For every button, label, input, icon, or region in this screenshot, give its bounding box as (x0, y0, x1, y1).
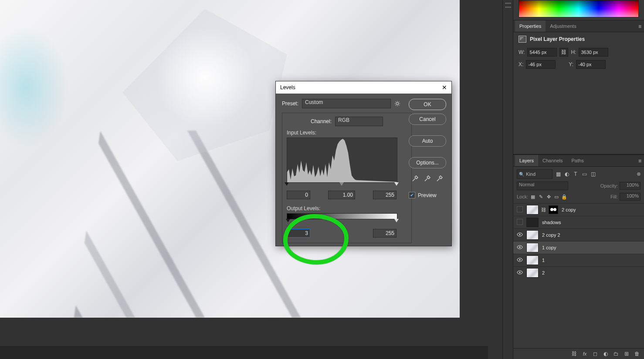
layer-name[interactable]: 2 (542, 270, 545, 275)
footer-mask-icon[interactable]: ◻ (592, 351, 599, 357)
layer-mask-thumbnail[interactable] (549, 205, 558, 214)
layer-row[interactable]: 1 copy (513, 241, 644, 254)
svg-point-9 (519, 234, 521, 235)
opacity-label: Opacity: (600, 183, 618, 188)
layer-thumbnail[interactable] (526, 230, 539, 240)
layer-thumbnail[interactable] (526, 255, 539, 265)
layer-row[interactable]: 1 (513, 254, 644, 266)
filter-type-icon[interactable]: T (572, 170, 580, 178)
color-picker-strip[interactable] (519, 0, 639, 17)
layer-row[interactable]: ⛓2 copy (513, 203, 644, 216)
layer-mask-link-icon[interactable]: ⛓ (541, 207, 546, 212)
layers-panel: Layers Channels Paths ≡ 🔍 Kind ▦ ◐ T ▭ ◫ (513, 154, 644, 359)
lock-label: Lock: (517, 194, 528, 199)
lock-artboard-icon[interactable]: ▭ (553, 194, 559, 200)
close-icon[interactable]: ✕ (441, 84, 448, 91)
input-white-field[interactable] (373, 191, 397, 199)
pixel-layer-icon (519, 36, 526, 43)
layer-visibility-icon[interactable] (516, 206, 524, 214)
layer-name[interactable]: 2 copy (562, 207, 576, 212)
layer-name[interactable]: shadows (542, 220, 561, 225)
auto-button[interactable]: Auto (409, 135, 446, 147)
tab-layers[interactable]: Layers (515, 155, 538, 166)
output-white-field[interactable] (373, 229, 397, 238)
output-black-field[interactable] (287, 229, 310, 238)
input-gamma-slider[interactable] (339, 182, 344, 186)
layer-name[interactable]: 1 copy (542, 245, 556, 250)
layer-visibility-icon[interactable] (516, 269, 524, 277)
layer-visibility-icon[interactable] (516, 244, 524, 252)
footer-fx-icon[interactable]: fx (581, 351, 588, 356)
filter-toggle-icon[interactable] (637, 172, 641, 176)
gear-icon[interactable] (394, 101, 400, 107)
input-black-field[interactable] (287, 191, 310, 199)
eyedropper-black-icon[interactable] (411, 174, 419, 182)
filter-pixel-icon[interactable]: ▦ (554, 170, 562, 178)
collapsed-dock-gutter[interactable] (502, 0, 514, 359)
lock-all-icon[interactable]: 🔒 (561, 194, 567, 200)
width-field[interactable] (527, 48, 557, 57)
preset-select[interactable]: Custom (302, 99, 391, 108)
filter-adjust-icon[interactable]: ◐ (563, 170, 571, 178)
preview-checkbox[interactable]: ✔ (409, 192, 415, 198)
opacity-field[interactable]: 100% (620, 182, 641, 190)
svg-point-11 (519, 259, 521, 261)
link-wh-icon[interactable]: ⛓ (559, 48, 568, 57)
layer-thumbnail[interactable] (526, 205, 539, 215)
output-gradient[interactable] (287, 213, 397, 219)
status-bar-strip (0, 346, 488, 359)
footer-link-icon[interactable]: ⛓ (571, 351, 578, 357)
lock-transparency-icon[interactable]: ▦ (530, 194, 536, 200)
footer-adjust-icon[interactable]: ◐ (602, 351, 609, 357)
x-field[interactable] (526, 60, 556, 69)
histogram[interactable] (287, 138, 397, 183)
channel-select[interactable]: RGB (335, 117, 383, 126)
svg-line-8 (399, 102, 399, 102)
input-white-slider[interactable] (394, 182, 399, 186)
cancel-button[interactable]: Cancel (409, 114, 446, 125)
tab-paths[interactable]: Paths (567, 155, 588, 166)
ok-button[interactable]: OK (409, 99, 446, 110)
layer-name[interactable]: 2 copy 2 (542, 232, 560, 238)
eyedropper-gray-icon[interactable] (424, 174, 431, 182)
filter-shape-icon[interactable]: ▭ (580, 170, 588, 178)
height-field[interactable] (579, 48, 608, 57)
lock-position-icon[interactable]: ✥ (546, 194, 552, 200)
layer-thumbnail[interactable] (526, 243, 539, 252)
layer-visibility-icon[interactable] (516, 219, 524, 226)
layer-list[interactable]: ⛓2 copyshadows2 copy 21 copy12 (513, 203, 644, 348)
tab-channels[interactable]: Channels (538, 155, 567, 166)
output-white-slider[interactable] (394, 219, 399, 222)
layer-visibility-icon[interactable] (516, 257, 524, 264)
tab-properties[interactable]: Properties (515, 20, 546, 32)
input-black-slider[interactable] (285, 182, 289, 186)
input-gamma-field[interactable] (328, 191, 355, 199)
footer-group-icon[interactable]: 🗀 (613, 351, 620, 357)
fill-field[interactable]: 100% (620, 193, 641, 201)
footer-trash-icon[interactable]: 🗑 (634, 351, 641, 357)
layer-visibility-icon[interactable] (516, 232, 524, 239)
filter-smart-icon[interactable]: ◫ (589, 170, 597, 178)
layers-tabs: Layers Channels Paths ≡ (513, 154, 644, 167)
blend-mode-select[interactable]: Normal (517, 181, 568, 190)
layers-panel-menu-icon[interactable]: ≡ (638, 158, 641, 164)
dialog-titlebar[interactable]: Levels ✕ (276, 81, 451, 94)
eyedropper-white-icon[interactable] (436, 174, 444, 182)
panel-menu-icon[interactable]: ≡ (638, 23, 641, 30)
tab-adjustments[interactable]: Adjustments (546, 20, 581, 32)
input-slider-track[interactable] (287, 183, 397, 187)
layer-row[interactable]: 2 copy 2 (513, 228, 644, 241)
footer-new-icon[interactable]: ⊞ (623, 351, 630, 357)
output-black-slider[interactable] (286, 219, 290, 222)
layer-filter-kind[interactable]: 🔍 Kind (517, 169, 552, 179)
lock-image-icon[interactable]: ✎ (538, 194, 544, 200)
y-field[interactable] (576, 60, 606, 69)
output-slider-track[interactable] (287, 219, 397, 224)
layer-row[interactable]: 2 (513, 266, 644, 279)
layer-thumbnail[interactable] (526, 268, 539, 278)
layer-name[interactable]: 1 (542, 258, 545, 263)
layer-row[interactable]: shadows (513, 216, 644, 228)
preview-label: Preview (418, 192, 437, 198)
options-button[interactable]: Options... (409, 157, 446, 168)
layer-thumbnail[interactable] (526, 218, 539, 227)
